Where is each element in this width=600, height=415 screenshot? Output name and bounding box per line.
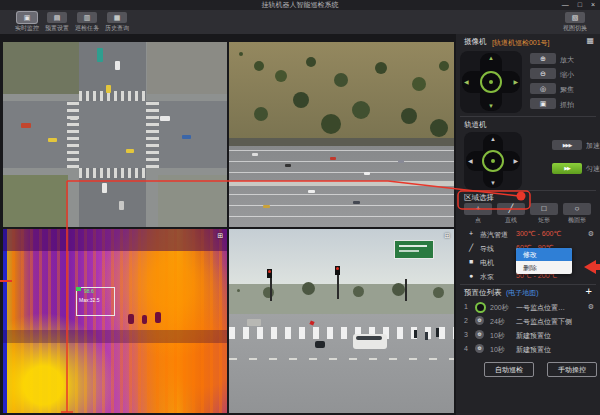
vehicle bbox=[398, 160, 404, 163]
add-preset-button[interactable]: + bbox=[586, 286, 592, 297]
auto-patrol-button[interactable]: 自动巡检 bbox=[484, 362, 534, 377]
gear-icon[interactable]: ⚙ bbox=[588, 230, 594, 238]
toolbar-button-task[interactable]: ▥ 巡检任务 bbox=[72, 12, 102, 33]
accelerate-button[interactable]: ▶▶▶ bbox=[552, 140, 582, 150]
zoom-out-icon: ⊖ bbox=[540, 70, 546, 77]
snapshot-label: 抓拍 bbox=[560, 100, 574, 110]
crosswalk bbox=[79, 91, 146, 101]
video-feed-aerial[interactable] bbox=[3, 42, 227, 227]
gear-icon[interactable]: ⚙ bbox=[588, 303, 594, 311]
point-tool-button[interactable]: + bbox=[464, 203, 492, 215]
vehicle bbox=[308, 190, 315, 193]
minimize-button[interactable]: — bbox=[562, 0, 569, 10]
preset-icon[interactable]: ⚙ bbox=[475, 316, 484, 325]
vehicle bbox=[160, 116, 170, 121]
zoom-out-button[interactable]: ⊖ bbox=[530, 68, 556, 79]
region-name[interactable]: 导线 bbox=[480, 244, 494, 254]
vehicle bbox=[70, 116, 78, 120]
ellipse-tool-button[interactable]: ○ bbox=[563, 203, 591, 215]
pedestrian bbox=[414, 330, 417, 338]
preset-name[interactable]: 一号监点位置… bbox=[516, 303, 565, 313]
manual-control-button[interactable]: 手动操控 bbox=[547, 362, 597, 377]
region-name[interactable]: 电机 bbox=[480, 258, 494, 268]
car-window bbox=[356, 336, 382, 340]
gear-icon: ⚙ bbox=[477, 345, 481, 351]
zoom-in-button[interactable]: ⊕ bbox=[530, 53, 556, 64]
lane-lines bbox=[229, 358, 454, 360]
monitor-icon: ▣ bbox=[17, 12, 37, 23]
arrow-right-icon[interactable]: ▶ bbox=[513, 79, 518, 85]
maximize-button[interactable]: □ bbox=[578, 0, 582, 10]
preset-active-icon[interactable] bbox=[475, 302, 486, 313]
constant-speed-label: 匀速 bbox=[586, 164, 600, 174]
toolbar-button-preset[interactable]: ▤ 预置设置 bbox=[42, 12, 72, 33]
camera-section-title: 摄像机 bbox=[464, 37, 487, 47]
dpad-center[interactable] bbox=[480, 71, 502, 93]
dpad-center[interactable] bbox=[482, 150, 504, 172]
arrow-up-icon[interactable]: ▲ bbox=[488, 55, 494, 61]
arrow-up-icon[interactable]: ▲ bbox=[490, 136, 496, 142]
rect-tool-button[interactable]: □ bbox=[530, 203, 558, 215]
panel-menu-icon[interactable]: ▦ bbox=[586, 36, 594, 45]
scenery-shape bbox=[229, 42, 454, 138]
map-link[interactable]: (电子地图) bbox=[506, 288, 539, 298]
vehicle bbox=[247, 319, 261, 326]
sign-text-line bbox=[399, 245, 427, 247]
preset-duration: 10秒 bbox=[490, 345, 505, 355]
close-button[interactable]: × bbox=[591, 0, 595, 10]
rail-dpad[interactable]: ▲ ▼ ◀ ▶ bbox=[464, 132, 522, 190]
app-window: 挂轨机器人智能巡检系统 — □ × ▣ 实时监控 ▤ 预置设置 ▥ 巡检任务 ▦… bbox=[0, 0, 600, 415]
region-section-title: 区域选择 bbox=[464, 193, 494, 203]
line-tool-button[interactable]: ╱ bbox=[497, 203, 525, 215]
constant-speed-button[interactable]: ▶▶ bbox=[552, 163, 582, 174]
arrow-left-icon[interactable]: ◀ bbox=[468, 158, 473, 164]
context-menu-edit[interactable]: 修改 bbox=[516, 248, 572, 261]
title-bar: 挂轨机器人智能巡检系统 — □ × bbox=[0, 0, 600, 10]
vehicle bbox=[252, 153, 258, 156]
red-light bbox=[336, 267, 339, 270]
arrow-down-icon[interactable]: ▼ bbox=[490, 180, 496, 186]
snapshot-button[interactable]: ▣ bbox=[530, 98, 556, 109]
highway-sign bbox=[394, 240, 434, 259]
zoom-in-icon: ⊕ bbox=[540, 55, 546, 62]
vehicle bbox=[263, 205, 270, 208]
preset-icon[interactable]: ⚙ bbox=[475, 344, 484, 353]
toolbar-label: 巡检任务 bbox=[72, 24, 102, 33]
toolbar-button-history[interactable]: ▦ 历史查询 bbox=[102, 12, 132, 33]
vehicle bbox=[48, 138, 57, 142]
focus-button[interactable]: ◎ bbox=[530, 83, 556, 94]
arrow-right-icon[interactable]: ▶ bbox=[513, 158, 518, 164]
arrow-down-icon[interactable]: ▼ bbox=[488, 103, 494, 109]
toolbar-button-view[interactable]: ▧ 视图切换 bbox=[560, 12, 590, 33]
zoom-out-label: 缩小 bbox=[560, 70, 574, 80]
fullscreen-icon[interactable]: ⊞ bbox=[444, 232, 450, 239]
toolbar-label: 历史查询 bbox=[102, 24, 132, 33]
vehicle bbox=[106, 85, 111, 93]
preset-name[interactable]: 新建预置位 bbox=[516, 345, 551, 355]
history-icon: ▦ bbox=[107, 12, 127, 23]
camera-ptz-dpad[interactable]: ▲ ▼ ◀ ▶ bbox=[460, 51, 522, 113]
window-title: 挂轨机器人智能巡检系统 bbox=[262, 1, 339, 8]
video-feed-street[interactable]: ⊞ bbox=[229, 229, 454, 413]
fullscreen-icon[interactable]: ⊞ bbox=[217, 232, 223, 239]
context-menu-delete[interactable]: 删除 bbox=[516, 261, 572, 274]
scenery-shape bbox=[3, 101, 227, 168]
region-name[interactable]: 蒸汽管道 bbox=[480, 230, 508, 240]
video-feed-highway[interactable] bbox=[229, 42, 454, 227]
vehicle bbox=[182, 135, 191, 139]
context-menu: 修改 删除 bbox=[516, 248, 572, 274]
region-name[interactable]: 水泵 bbox=[480, 272, 494, 282]
vehicle bbox=[102, 183, 107, 193]
preset-index: 1 bbox=[464, 303, 468, 310]
fast-forward-icon: ▶▶▶ bbox=[563, 142, 572, 148]
toolbar-button-realtime[interactable]: ▣ 实时监控 bbox=[12, 12, 42, 33]
preset-name[interactable]: 二号监点位置下侧 bbox=[516, 317, 572, 327]
video-feed-thermal[interactable]: 98.6 Max:32.5 ⊞ bbox=[3, 229, 227, 413]
preset-icon[interactable]: ⚙ bbox=[475, 330, 484, 339]
toolbar-label: 预置设置 bbox=[42, 24, 72, 33]
preset-name[interactable]: 新建预置位 bbox=[516, 331, 551, 341]
circle-icon: ● bbox=[466, 272, 476, 279]
arrow-left-icon[interactable]: ◀ bbox=[464, 79, 469, 85]
preset-duration: 24秒 bbox=[490, 317, 505, 327]
vehicle bbox=[119, 201, 124, 210]
